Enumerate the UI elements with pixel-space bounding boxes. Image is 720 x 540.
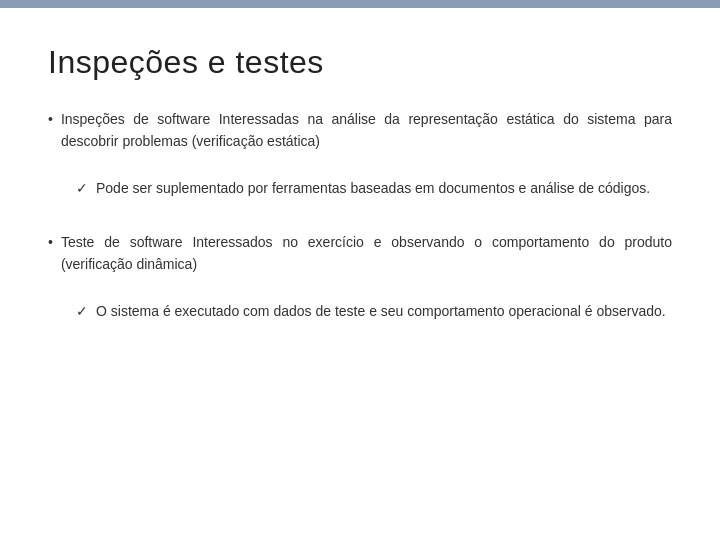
bullet-text-1: Inspeções de software Interessadas na an…: [61, 109, 672, 152]
top-bar: [0, 0, 720, 8]
sub-items-2: ✓ O sistema é executado com dados de tes…: [48, 301, 672, 323]
section-gap: [48, 214, 672, 232]
sub-items-1: ✓ Pode ser suplementado por ferramentas …: [48, 178, 672, 200]
sub-item-1-1: ✓ Pode ser suplementado por ferramentas …: [76, 178, 672, 200]
content-area: • Inspeções de software Interessadas na …: [48, 109, 672, 337]
bullet-item-2: • Teste de software Interessados no exer…: [48, 232, 672, 275]
bullet-dot-1: •: [48, 111, 53, 127]
bullet-text-2: Teste de software Interessados no exercí…: [61, 232, 672, 275]
sub-text-1-1: Pode ser suplementado por ferramentas ba…: [96, 178, 650, 200]
sub-text-2-1: O sistema é executado com dados de teste…: [96, 301, 666, 323]
bullet-dot-2: •: [48, 234, 53, 250]
checkmark-icon-2: ✓: [76, 303, 88, 319]
bullet-item-1: • Inspeções de software Interessadas na …: [48, 109, 672, 152]
sub-item-2-1: ✓ O sistema é executado com dados de tes…: [76, 301, 672, 323]
slide-container: Inspeções e testes • Inspeções de softwa…: [0, 8, 720, 540]
checkmark-icon-1: ✓: [76, 180, 88, 196]
slide-title: Inspeções e testes: [48, 44, 672, 81]
